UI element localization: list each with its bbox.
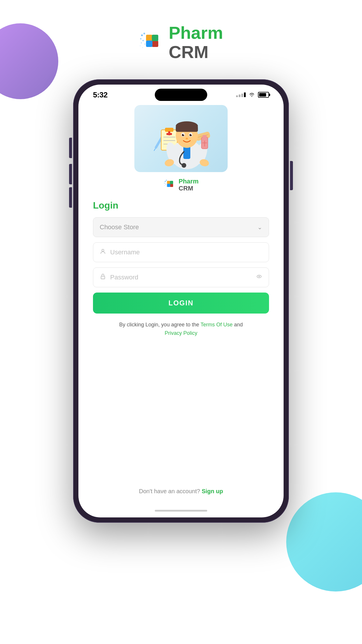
svg-rect-56: [101, 276, 105, 279]
svg-point-1: [143, 33, 145, 34]
svg-point-4: [141, 42, 142, 43]
bg-circle-cyan: [286, 492, 362, 592]
svg-point-47: [164, 183, 165, 184]
logo-crm-text: CRM: [169, 43, 223, 62]
svg-point-2: [140, 38, 141, 40]
bg-circle-purple: [0, 23, 58, 99]
svg-point-58: [259, 276, 260, 277]
svg-rect-18: [165, 128, 173, 132]
phone-wrapper: 5:32: [73, 79, 289, 523]
username-field-container: [93, 242, 269, 262]
signal-dots-icon: [236, 92, 246, 97]
status-time: 5:32: [93, 90, 108, 99]
app-logo-crm: CRM: [179, 185, 198, 192]
signup-section: Don't have an account? Sign up: [139, 482, 223, 495]
logo-text-small: Pharm CRM: [179, 178, 198, 192]
svg-rect-9: [152, 41, 158, 47]
svg-point-49: [164, 185, 165, 186]
svg-point-26: [182, 163, 186, 168]
logo-text-large: Pharm CRM: [169, 23, 223, 62]
svg-point-46: [166, 180, 167, 181]
svg-rect-53: [167, 184, 170, 187]
screen-content: Pharm CRM Login Choose Store ⌄: [78, 105, 284, 506]
svg-rect-8: [146, 35, 152, 41]
svg-point-34: [183, 134, 184, 135]
svg-rect-51: [167, 181, 170, 184]
user-icon: [100, 248, 106, 256]
svg-rect-11: [152, 35, 158, 41]
username-input[interactable]: [110, 249, 262, 256]
battery-icon: [258, 92, 269, 98]
svg-point-3: [142, 40, 144, 41]
doctor-illustration: [134, 105, 228, 172]
wifi-icon: [249, 92, 255, 97]
choose-store-label: Choose Store: [100, 223, 139, 231]
doctor-svg: [140, 108, 222, 169]
privacy-policy-link[interactable]: Privacy Policy: [165, 330, 197, 336]
svg-rect-52: [170, 184, 173, 187]
logo-pharm-text: Pharm: [169, 23, 223, 43]
status-icons: [236, 92, 269, 98]
svg-point-0: [141, 34, 143, 36]
top-logo-area: Pharm CRM: [139, 23, 223, 62]
svg-point-6: [140, 46, 140, 46]
terms-middle: and: [233, 322, 243, 328]
svg-rect-42: [203, 135, 207, 138]
terms-text: By clicking Login, you agree to the Term…: [93, 321, 269, 337]
svg-rect-29: [176, 126, 198, 132]
terms-prefix: By clicking Login, you agree to the: [119, 322, 201, 328]
signup-prefix: Don't have an account?: [139, 488, 202, 494]
login-button[interactable]: LOGIN: [93, 293, 269, 314]
dynamic-island: [155, 89, 207, 101]
app-logo-small: Pharm CRM: [164, 178, 198, 192]
svg-line-16: [154, 148, 155, 151]
password-field-container: [93, 267, 269, 287]
svg-point-7: [142, 47, 143, 48]
status-bar: 5:32: [78, 85, 284, 105]
eye-icon[interactable]: [256, 273, 262, 281]
password-input[interactable]: [110, 274, 252, 281]
svg-rect-10: [146, 41, 152, 47]
logo-icon-small: [164, 178, 176, 191]
terms-of-use-link[interactable]: Terms Of Use: [201, 322, 233, 328]
logo-icon-large: [139, 29, 165, 56]
svg-point-36: [186, 138, 188, 139]
login-section: Login Choose Store ⌄: [93, 200, 269, 346]
login-title: Login: [93, 200, 269, 211]
svg-point-35: [191, 134, 192, 135]
battery-fill: [259, 93, 266, 97]
signup-link[interactable]: Sign up: [202, 488, 223, 494]
svg-point-50: [166, 186, 167, 186]
lock-icon: [100, 273, 106, 281]
svg-point-55: [102, 249, 104, 251]
app-logo-pharm: Pharm: [179, 178, 198, 185]
phone-screen: 5:32: [78, 85, 284, 517]
svg-point-45: [165, 181, 166, 182]
choose-store-dropdown[interactable]: Choose Store ⌄: [93, 217, 269, 237]
svg-rect-23: [166, 133, 172, 135]
phone-frame: 5:32: [73, 79, 289, 523]
chevron-down-icon: ⌄: [257, 224, 262, 231]
svg-rect-54: [170, 181, 173, 184]
svg-point-5: [144, 43, 145, 45]
home-indicator: [155, 510, 207, 512]
svg-point-48: [165, 184, 166, 185]
